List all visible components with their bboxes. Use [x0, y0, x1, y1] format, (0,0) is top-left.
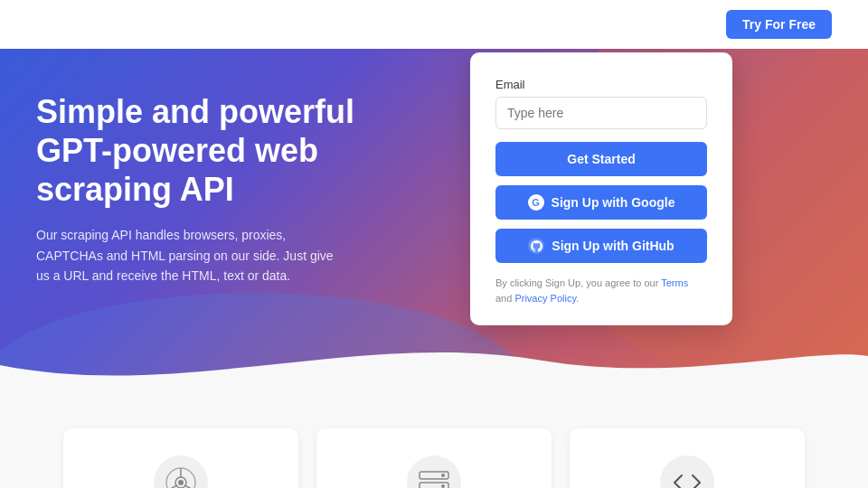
email-label: Email [495, 78, 707, 91]
nav-item-tools[interactable]: Tools ▾ [473, 17, 510, 32]
nav-item-login[interactable]: Login [657, 16, 692, 33]
google-icon: G [528, 194, 544, 211]
code-icon [671, 470, 703, 488]
svg-point-5 [178, 480, 184, 485]
brand-logo[interactable]: WebScraping.AI [36, 15, 154, 33]
email-input[interactable] [495, 97, 707, 129]
hero-section: Simple and powerful GPT-powered web scra… [0, 49, 868, 383]
nav-item-pricing[interactable]: Pricing [535, 17, 574, 32]
nav-link-blog[interactable]: Blog ▾ [599, 17, 632, 32]
proxy-icon [418, 470, 450, 488]
hero-wave [0, 329, 868, 383]
proxy-icon-wrap [407, 455, 461, 488]
chrome-icon [165, 467, 196, 488]
nav-item-try[interactable]: Try For Free [717, 10, 832, 39]
hero-right: Email Get Started G Sign Up with Google … [470, 52, 732, 325]
terms-link[interactable]: Terms [661, 277, 688, 288]
feature-card-js: JavaScript Rendering Page content and Ja… [63, 428, 298, 488]
features-section: JavaScript Rendering Page content and Ja… [0, 383, 868, 488]
svg-point-9 [441, 484, 445, 488]
hero-left: Simple and powerful GPT-powered web scra… [36, 92, 416, 286]
chevron-down-icon: ▾ [627, 20, 632, 30]
github-icon [528, 238, 544, 254]
nav-link-tools[interactable]: Tools ▾ [473, 17, 510, 32]
chevron-down-icon: ▾ [505, 20, 510, 30]
hero-description: Our scraping API handles browsers, proxi… [36, 225, 344, 286]
terms-text: By clicking Sign Up, you agree to our Te… [495, 276, 707, 305]
svg-point-8 [441, 474, 445, 477]
nav-link-api[interactable]: API ▾ [420, 17, 448, 32]
feature-card-html: Fast and Secure HTML Parsing HTML parsin… [570, 428, 805, 488]
login-button[interactable]: Login [661, 17, 692, 32]
nav-links: API ▾ Tools ▾ Pricing Blog ▾ Login Try F… [420, 10, 832, 39]
hero-title: Simple and powerful GPT-powered web scra… [36, 92, 416, 210]
github-signup-button[interactable]: Sign Up with GitHub [495, 229, 707, 263]
js-rendering-icon-wrap [154, 455, 208, 488]
try-free-button[interactable]: Try For Free [726, 10, 832, 39]
get-started-button[interactable]: Get Started [495, 142, 707, 176]
feature-card-proxy: Rotating Proxies Automatically rotated p… [316, 428, 552, 488]
privacy-link[interactable]: Privacy Policy [514, 293, 576, 304]
nav-item-blog[interactable]: Blog ▾ [599, 17, 632, 32]
html-icon-wrap [660, 455, 714, 488]
signup-card: Email Get Started G Sign Up with Google … [470, 52, 732, 325]
chevron-down-icon: ▾ [443, 20, 448, 30]
navbar: WebScraping.AI API ▾ Tools ▾ Pricing Blo… [0, 0, 868, 49]
nav-item-api[interactable]: API ▾ [420, 17, 448, 32]
nav-link-pricing[interactable]: Pricing [535, 17, 574, 32]
google-signup-button[interactable]: G Sign Up with Google [495, 185, 707, 220]
